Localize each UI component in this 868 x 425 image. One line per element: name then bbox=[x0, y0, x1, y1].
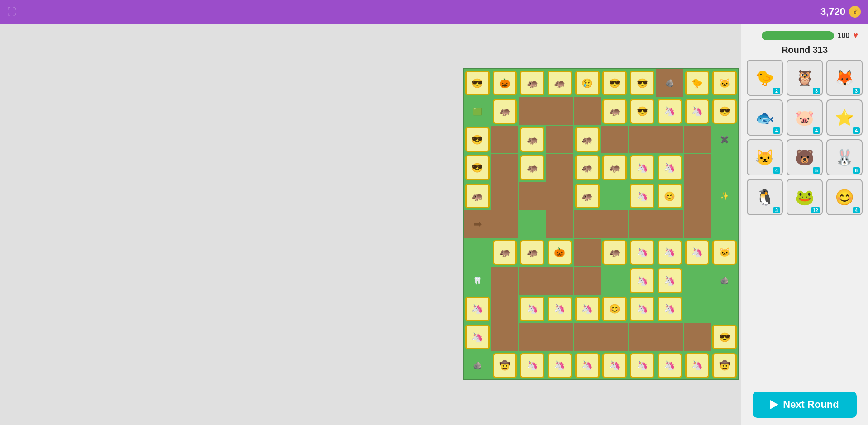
cell-7-0[interactable]: 🦷 bbox=[464, 267, 491, 294]
cell-5-7 bbox=[656, 210, 683, 238]
cell-10-7[interactable]: 🦄 bbox=[656, 352, 683, 379]
cell-3-7[interactable]: 🦄 bbox=[656, 154, 683, 181]
cell-7-8 bbox=[684, 267, 711, 294]
cell-6-9[interactable]: 🐱 bbox=[711, 239, 738, 266]
cell-0-3[interactable]: 🦛 bbox=[546, 69, 573, 97]
cell-3-2[interactable]: 🦛 bbox=[519, 154, 546, 181]
cell-3-6[interactable]: 🦄 bbox=[629, 154, 656, 181]
cell-0-0[interactable]: 😎 bbox=[464, 69, 491, 97]
cell-4-4[interactable]: 🦛 bbox=[574, 182, 601, 210]
cell-6-5[interactable]: 🦛 bbox=[601, 239, 629, 266]
tower-card-happy[interactable]: 😊4 bbox=[826, 179, 863, 215]
health-bar-fill bbox=[762, 31, 834, 40]
cell-9-0[interactable]: 🦄 bbox=[464, 323, 491, 351]
cell-7-6[interactable]: 🦄 bbox=[629, 267, 656, 294]
cell-10-3[interactable]: 🦄 bbox=[546, 352, 573, 379]
cell-2-2[interactable]: 🦛 bbox=[519, 126, 546, 153]
cell-5-1 bbox=[491, 210, 519, 238]
tower-card-bear[interactable]: 🐻5 bbox=[787, 139, 823, 175]
cell-8-0[interactable]: 🦄 bbox=[464, 295, 491, 323]
cell-2-6 bbox=[629, 126, 656, 153]
cell-4-0[interactable]: 🦛 bbox=[464, 182, 491, 210]
cell-3-4[interactable]: 🦛 bbox=[574, 154, 601, 181]
next-round-button[interactable]: Next Round bbox=[753, 392, 857, 418]
cell-0-9[interactable]: 🐱 bbox=[711, 69, 738, 97]
cell-4-2 bbox=[519, 182, 546, 210]
cell-3-5[interactable]: 🦛 bbox=[601, 154, 629, 181]
cell-10-8[interactable]: 🦄 bbox=[684, 352, 711, 379]
tower-badge-pig: 4 bbox=[813, 128, 820, 134]
cell-6-2[interactable]: 🦛 bbox=[519, 239, 546, 266]
cell-0-5[interactable]: 😎 bbox=[601, 69, 629, 97]
tower-card-cat[interactable]: 🐱4 bbox=[747, 139, 783, 175]
cell-9-9[interactable]: 😎 bbox=[711, 323, 738, 351]
cell-8-4[interactable]: 🦄 bbox=[574, 295, 601, 323]
tower-card-star[interactable]: ⭐4 bbox=[826, 99, 863, 136]
cell-9-3 bbox=[546, 323, 573, 351]
cell-1-0[interactable]: 🟩 bbox=[464, 97, 491, 125]
cell-6-1[interactable]: 🦛 bbox=[491, 239, 519, 266]
tower-badge-penguin: 3 bbox=[773, 207, 780, 213]
cell-2-3 bbox=[546, 126, 573, 153]
cell-8-9 bbox=[711, 295, 738, 323]
cell-0-6[interactable]: 😎 bbox=[629, 69, 656, 97]
cell-10-2[interactable]: 🦄 bbox=[519, 352, 546, 379]
cell-8-6[interactable]: 🦄 bbox=[629, 295, 656, 323]
cell-10-6[interactable]: 🦄 bbox=[629, 352, 656, 379]
tower-card-owl[interactable]: 🦉3 bbox=[787, 60, 823, 96]
cell-4-6[interactable]: 🦄 bbox=[629, 182, 656, 210]
cell-1-8[interactable]: 🦄 bbox=[684, 97, 711, 125]
cell-4-7[interactable]: 😊 bbox=[656, 182, 683, 210]
cell-10-9[interactable]: 🤠 bbox=[711, 352, 738, 379]
cell-6-7[interactable]: 🦄 bbox=[656, 239, 683, 266]
cell-0-4[interactable]: 😢 bbox=[574, 69, 601, 97]
cell-8-3[interactable]: 🦄 bbox=[546, 295, 573, 323]
health-container: 100 ♥ bbox=[747, 31, 863, 40]
cell-6-3[interactable]: 🎃 bbox=[546, 239, 573, 266]
cell-7-3 bbox=[546, 267, 573, 294]
cell-2-9[interactable]: ✖️ bbox=[711, 126, 738, 153]
cell-1-3 bbox=[546, 97, 573, 125]
sidebar: 100 ♥ Round 313 🐤2🦉3🦊3🐟4🐷4⭐4🐱4🐻5🐰6🐧3🐸12😊… bbox=[741, 24, 868, 425]
cell-6-6[interactable]: 🦄 bbox=[629, 239, 656, 266]
cell-0-8[interactable]: 🐤 bbox=[684, 69, 711, 97]
cell-8-5[interactable]: 😊 bbox=[601, 295, 629, 323]
cell-4-9[interactable]: ✨ bbox=[711, 182, 738, 210]
cell-10-4[interactable]: 🦄 bbox=[574, 352, 601, 379]
cell-1-7[interactable]: 🦄 bbox=[656, 97, 683, 125]
cell-2-0[interactable]: 😎 bbox=[464, 126, 491, 153]
cell-1-1[interactable]: 🦛 bbox=[491, 97, 519, 125]
cell-3-9 bbox=[711, 154, 738, 181]
tower-card-fish[interactable]: 🐟4 bbox=[747, 99, 783, 136]
cell-8-7[interactable]: 🦄 bbox=[656, 295, 683, 323]
cell-7-7[interactable]: 🦄 bbox=[656, 267, 683, 294]
cell-0-7[interactable]: 🪨 bbox=[656, 69, 683, 97]
cell-10-1[interactable]: 🤠 bbox=[491, 352, 519, 379]
cell-10-5[interactable]: 🦄 bbox=[601, 352, 629, 379]
tower-badge-cat: 4 bbox=[773, 167, 780, 174]
coin-amount: 3,720 bbox=[820, 6, 845, 18]
cell-1-6[interactable]: 😎 bbox=[629, 97, 656, 125]
cell-1-5[interactable]: 🦛 bbox=[601, 97, 629, 125]
tower-card-chick[interactable]: 🐤2 bbox=[747, 60, 783, 96]
tower-card-fox[interactable]: 🦊3 bbox=[826, 60, 863, 96]
tower-emoji-fox: 🦊 bbox=[835, 69, 854, 87]
cell-9-6 bbox=[629, 323, 656, 351]
cell-6-8[interactable]: 🦄 bbox=[684, 239, 711, 266]
tower-card-bunny[interactable]: 🐰6 bbox=[826, 139, 863, 175]
tower-card-penguin[interactable]: 🐧3 bbox=[747, 179, 783, 215]
cell-7-9[interactable]: 🪨 bbox=[711, 267, 738, 294]
cell-10-0[interactable]: 🪨 bbox=[464, 352, 491, 379]
cell-8-2[interactable]: 🦄 bbox=[519, 295, 546, 323]
tower-badge-chick: 2 bbox=[773, 88, 780, 94]
tower-card-pig[interactable]: 🐷4 bbox=[787, 99, 823, 136]
cell-2-5 bbox=[601, 126, 629, 153]
cell-2-4[interactable]: 🦛 bbox=[574, 126, 601, 153]
tower-card-frog[interactable]: 🐸12 bbox=[787, 179, 823, 215]
cell-0-1[interactable]: 🎃 bbox=[491, 69, 519, 97]
cell-1-9[interactable]: 😎 bbox=[711, 97, 738, 125]
cell-8-1 bbox=[491, 295, 519, 323]
cell-0-2[interactable]: 🦛 bbox=[519, 69, 546, 97]
expand-icon[interactable]: ⛶ bbox=[7, 7, 16, 17]
cell-3-0[interactable]: 😎 bbox=[464, 154, 491, 181]
